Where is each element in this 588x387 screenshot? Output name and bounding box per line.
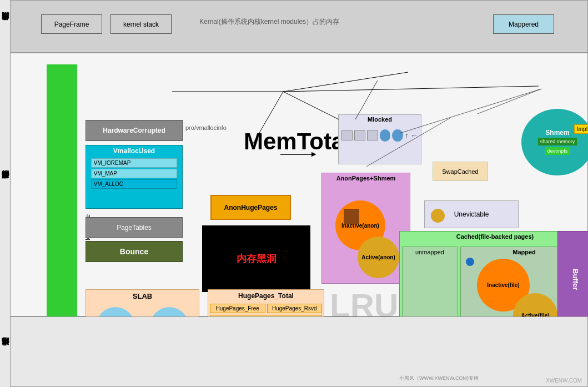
unmapped-label: unmapped [415,249,444,255]
anon-square [344,209,359,224]
vm-ioremap: VM_IOREMAP [91,158,178,168]
vmalloc-used-box: VmallocUsed VM_IOREMAP VM_MAP VM_ALLOC [86,145,183,209]
mlocked-area: Mlocked ↑ ← [338,114,421,164]
tmpfs-box: tmpfs [574,124,588,134]
watermark2: 小黑风（WWW.XWENW.COM)专用 [399,375,479,382]
pro-vmalloc-label: pro/vmallocinfo [185,124,227,131]
pageframe-box: PageFrame [41,14,102,34]
mlocked-arrow2: ← [410,131,418,140]
buffer-area: Buffer [557,231,588,328]
memfree-bar: MemFree [47,64,77,353]
section-remaining: MemFree HardwareCorrupted pro/vmallocinf… [10,53,588,316]
bounce-box: Bounce [86,241,183,262]
vm-map: VM_MAP [91,169,178,178]
mlocked-circle-2 [392,129,403,142]
mlocked-rect-2 [354,130,365,140]
shared-memory-box: shared memory [538,138,577,145]
anonpages-title: AnonPages+Shmem [322,173,410,183]
pagetables-box: PageTables [86,217,183,238]
hp-rsvd: HugePages_Rsvd [267,304,323,313]
kernel-desc: Kernal(操作系统内核kernel modules）占的内存 [199,17,339,27]
section-kernel: PageFrame kernel stack Kernal(操作系统内核kern… [10,0,588,53]
mappered-box: Mappered [493,14,554,34]
memtotal-label: MemTotal [244,128,351,155]
shmem-area: Shmem shared memory devtmpfs [521,109,588,175]
buffer-label: Buffer [571,269,580,290]
swapcached-box: SwapCached [433,162,488,181]
mlocked-shapes: ↑ ← [339,124,421,147]
unevictable-circle [431,209,445,223]
label-memory-summary: 内存汇总情况 [0,316,10,387]
main-container: 内核使用内存 剩余内存使用情况 内存汇总情况 PageFrame kernel … [0,0,588,387]
slab-title: SLAB [86,290,199,303]
mlocked-arrow: ↑ [405,131,409,140]
vm-alloc: VM_ALLOC [91,179,178,189]
anonhuge-box: AnonHugePages [210,195,291,220]
mlocked-circle-1 [380,129,391,142]
label-kernel-memory: 内核使用内存 [0,0,10,53]
active-anon-circle: Active(anon) [358,237,399,278]
shmem-title: Shmem [545,129,569,137]
section-summary: MemAvailable MemFree SLAB Cache Buffer V… [10,316,588,387]
devtmpfs-box: devtmpfs [545,147,570,155]
mlocked-title: Mlocked [339,115,421,124]
hp-free: HugePages_Free [210,304,265,313]
hardware-corrupted-box: HardwareCorrupted [86,120,183,141]
watermark: XWENW.COM [546,378,582,384]
black-box-label: 内存黑洞 [237,252,277,265]
black-box: 内存黑洞 [202,225,310,292]
blue-dot-1 [466,258,474,266]
mlocked-rect-1 [341,130,353,140]
mlocked-rect-3 [367,130,378,140]
hugepages-title: HugePages_Total [208,290,324,302]
label-remaining-memory: 剩余内存使用情况 [0,53,10,316]
vmalloc-used-title: VmallocUsed [113,147,155,155]
kernelstack-box: kernel stack [110,14,172,34]
